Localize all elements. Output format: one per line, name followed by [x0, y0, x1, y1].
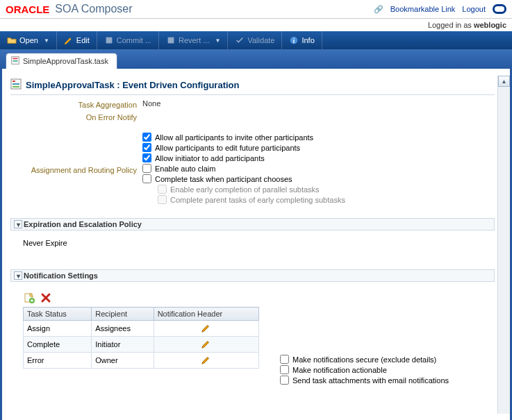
- cb-complete-choose[interactable]: Complete task when participant chooses: [142, 174, 345, 183]
- svg-rect-6: [13, 86, 19, 87]
- cb-auto-claim-label: Enable auto claim: [155, 165, 215, 173]
- cell-recipient: Owner: [92, 353, 154, 369]
- cb-invite-label: Allow all participants to invite other p…: [155, 133, 313, 142]
- logged-in-status: Logged in as weblogic: [0, 19, 512, 31]
- page-title-row: SimpleApprovalTask : Event Driven Config…: [10, 76, 495, 94]
- scroll-up-button[interactable]: ▲: [498, 76, 510, 87]
- chevron-down-icon: ▼: [44, 37, 49, 44]
- cb-complete-choose-label: Complete task when participant chooses: [155, 175, 292, 183]
- cb-auto-claim-input[interactable]: [142, 164, 151, 173]
- delete-row-button[interactable]: [40, 292, 52, 304]
- notification-options: Make notifications secure (exclude detai…: [280, 355, 482, 385]
- cb-secure[interactable]: Make notifications secure (exclude detai…: [280, 355, 482, 364]
- expiration-body: Never Expire: [10, 230, 495, 255]
- edit-button[interactable]: Edit: [57, 31, 97, 49]
- cb-invite-input[interactable]: [142, 133, 151, 142]
- collapse-toggle-icon[interactable]: ▾: [14, 220, 22, 228]
- pencil-icon[interactable]: [201, 326, 211, 334]
- notification-header[interactable]: ▾ Notification Settings: [10, 269, 495, 282]
- expiration-header[interactable]: ▾ Expiration and Escalation Policy: [10, 218, 495, 230]
- content-inner: SimpleApprovalTask : Event Driven Config…: [10, 76, 497, 414]
- table-row[interactable]: Error Owner: [24, 353, 259, 369]
- cb-secure-label: Make notifications secure (exclude detai…: [292, 355, 436, 364]
- open-menu[interactable]: Open ▼: [0, 31, 57, 49]
- task-aggregation-row: Task Aggregation None: [52, 99, 495, 109]
- info-button[interactable]: i Info: [282, 31, 322, 49]
- routing-checkboxes: Allow all participants to invite other p…: [142, 133, 345, 204]
- cb-edit-future-input[interactable]: [142, 143, 151, 152]
- cb-secure-input[interactable]: [280, 355, 289, 364]
- divider: [10, 94, 495, 95]
- cb-invite[interactable]: Allow all participants to invite other p…: [142, 133, 345, 142]
- notification-section: ▾ Notification Settings Task Status: [10, 269, 495, 393]
- expiration-title: Expiration and Escalation Policy: [24, 220, 142, 228]
- on-error-label: On Error Notify: [52, 112, 142, 121]
- edit-label: Edit: [76, 36, 90, 44]
- validate-button: Validate: [228, 31, 282, 49]
- page-title: SimpleApprovalTask : Event Driven Config…: [26, 80, 239, 90]
- validate-label: Validate: [247, 36, 274, 44]
- cb-auto-claim[interactable]: Enable auto claim: [142, 164, 345, 173]
- oracle-o-icon: [493, 4, 506, 14]
- table-row[interactable]: Assign Assignees: [24, 321, 259, 337]
- cb-attachments-input[interactable]: [280, 376, 289, 385]
- expiration-section: ▾ Expiration and Escalation Policy Never…: [10, 218, 495, 255]
- task-file-icon: [10, 56, 20, 67]
- revert-label: Revert ...: [179, 36, 210, 44]
- pencil-icon: [64, 35, 74, 45]
- add-row-button[interactable]: [23, 292, 35, 304]
- col-notif-header[interactable]: Notification Header: [154, 308, 258, 321]
- cb-early-completion: Enable early completion of parallel subt…: [158, 185, 345, 194]
- file-tab[interactable]: SimpleApprovalTask.task: [6, 53, 117, 69]
- cb-attachments-label: Send task attachments with email notific…: [292, 376, 449, 385]
- col-task-status[interactable]: Task Status: [24, 308, 92, 321]
- collapse-toggle-icon[interactable]: ▾: [14, 271, 22, 280]
- svg-text:i: i: [293, 37, 295, 44]
- cell-edit[interactable]: [154, 353, 258, 369]
- cb-actionable[interactable]: Make notification actionable: [280, 365, 482, 374]
- cb-edit-future-label: Allow participants to edit future partic…: [155, 144, 300, 152]
- cb-complete-parent-label: Complete parent tasks of early completin…: [170, 196, 345, 204]
- bookmark-link[interactable]: Bookmarkable Link: [390, 5, 456, 13]
- chevron-down-icon: ▼: [215, 37, 221, 44]
- cb-complete-parent: Complete parent tasks of early completin…: [158, 195, 345, 204]
- product-name: SOA Composer: [55, 3, 132, 15]
- cb-edit-future[interactable]: Allow participants to edit future partic…: [142, 143, 345, 152]
- col-recipient[interactable]: Recipient: [92, 308, 154, 321]
- task-agg-label: Task Aggregation: [52, 99, 142, 109]
- notification-toolbar: [23, 290, 482, 307]
- commit-icon: [104, 35, 114, 45]
- pencil-icon[interactable]: [201, 342, 211, 350]
- cell-edit[interactable]: [154, 337, 258, 353]
- task-agg-value: None: [142, 99, 160, 108]
- task-icon: [10, 78, 22, 92]
- cb-complete-choose-input[interactable]: [142, 174, 151, 183]
- top-fields: Task Aggregation None On Error Notify: [10, 99, 495, 121]
- cell-recipient: Assignees: [92, 321, 154, 337]
- pencil-icon[interactable]: [201, 358, 211, 366]
- tab-bar: SimpleApprovalTask.task: [0, 49, 512, 69]
- cb-initiator-add[interactable]: Allow initiator to add participants: [142, 153, 345, 162]
- expiration-value: Never Expire: [23, 239, 67, 247]
- cb-complete-parent-input: [158, 195, 167, 204]
- revert-icon: [166, 35, 176, 45]
- notification-title: Notification Settings: [24, 271, 98, 280]
- main-toolbar: Open ▼ Edit Commit ... Revert ... ▼ Vali…: [0, 31, 512, 49]
- vertical-scrollbar[interactable]: ▲: [497, 76, 510, 414]
- commit-label: Commit ...: [117, 36, 151, 44]
- cell-status: Error: [24, 353, 92, 369]
- cell-edit[interactable]: [154, 321, 258, 337]
- oracle-logo: ORACLE: [6, 3, 49, 15]
- tab-label: SimpleApprovalTask.task: [23, 57, 108, 65]
- cb-actionable-input[interactable]: [280, 365, 289, 374]
- svg-rect-4: [13, 81, 15, 82]
- svg-rect-5: [13, 83, 19, 85]
- cb-initiator-add-input[interactable]: [142, 153, 151, 162]
- cb-attachments[interactable]: Send task attachments with email notific…: [280, 376, 482, 385]
- table-row[interactable]: Complete Initiator: [24, 337, 259, 353]
- cb-early-completion-label: Enable early completion of parallel subt…: [170, 185, 320, 194]
- cb-early-completion-input: [158, 185, 167, 194]
- commit-button: Commit ...: [97, 31, 159, 49]
- logout-link[interactable]: Logout: [462, 5, 486, 13]
- folder-open-icon: [7, 35, 17, 45]
